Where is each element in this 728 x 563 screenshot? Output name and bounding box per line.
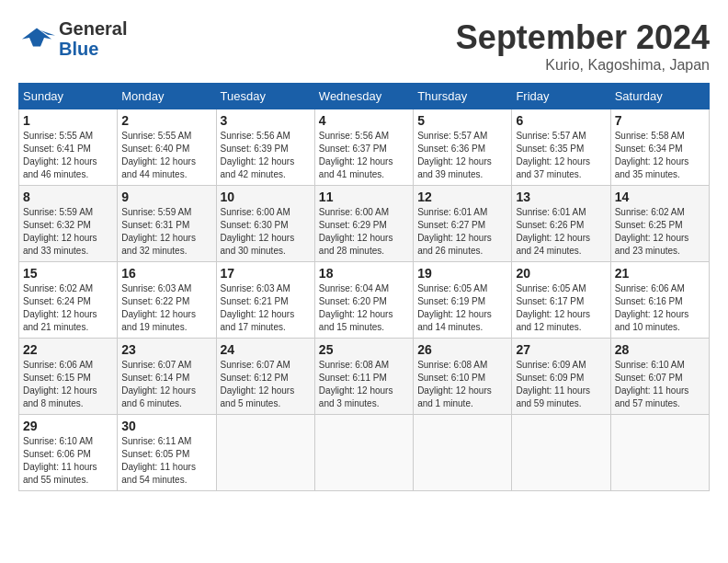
day-info: Sunrise: 6:02 AM Sunset: 6:25 PM Dayligh… [615,206,705,258]
day-number: 27 [516,342,606,357]
day-info: Sunrise: 6:06 AM Sunset: 6:16 PM Dayligh… [615,282,705,334]
day-number: 21 [615,266,705,281]
day-number: 6 [516,113,606,128]
day-cell: 24 Sunrise: 6:07 AM Sunset: 6:12 PM Dayl… [216,339,314,415]
calendar-week-row: 1 Sunrise: 5:55 AM Sunset: 6:41 PM Dayli… [19,109,710,186]
day-number: 14 [615,190,705,204]
page-header: General Blue September 2024 Kurio, Kagos… [18,18,710,74]
day-number: 17 [221,266,311,281]
month-title: September 2024 [456,18,710,57]
day-cell: 18 Sunrise: 6:04 AM Sunset: 6:20 PM Dayl… [314,262,413,339]
day-number: 28 [615,342,705,357]
day-info: Sunrise: 6:07 AM Sunset: 6:12 PM Dayligh… [221,359,311,410]
day-info: Sunrise: 6:08 AM Sunset: 6:10 PM Dayligh… [417,359,507,410]
day-cell: 14 Sunrise: 6:02 AM Sunset: 6:25 PM Dayl… [610,186,709,262]
logo-text: General Blue [59,18,127,59]
day-info: Sunrise: 5:55 AM Sunset: 6:41 PM Dayligh… [23,130,113,181]
day-info: Sunrise: 6:03 AM Sunset: 6:22 PM Dayligh… [121,282,211,334]
day-info: Sunrise: 6:05 AM Sunset: 6:17 PM Dayligh… [516,282,606,334]
empty-day-cell [314,415,413,491]
logo: General Blue [18,18,127,59]
header-tuesday: Tuesday [216,84,314,109]
day-info: Sunrise: 6:07 AM Sunset: 6:14 PM Dayligh… [121,359,211,410]
day-info: Sunrise: 6:10 AM Sunset: 6:06 PM Dayligh… [23,435,113,487]
day-cell: 3 Sunrise: 5:56 AM Sunset: 6:39 PM Dayli… [216,109,314,186]
day-cell: 28 Sunrise: 6:10 AM Sunset: 6:07 PM Dayl… [610,339,709,415]
day-info: Sunrise: 6:04 AM Sunset: 6:20 PM Dayligh… [319,282,409,334]
day-cell: 30 Sunrise: 6:11 AM Sunset: 6:05 PM Dayl… [118,415,216,491]
day-info: Sunrise: 5:58 AM Sunset: 6:34 PM Dayligh… [615,130,705,181]
day-number: 16 [121,266,211,281]
day-info: Sunrise: 6:10 AM Sunset: 6:07 PM Dayligh… [615,359,705,410]
day-cell: 27 Sunrise: 6:09 AM Sunset: 6:09 PM Dayl… [512,339,610,415]
day-number: 13 [516,190,606,204]
day-number: 18 [319,266,409,281]
day-cell: 17 Sunrise: 6:03 AM Sunset: 6:21 PM Dayl… [216,262,314,339]
day-info: Sunrise: 6:09 AM Sunset: 6:09 PM Dayligh… [516,359,606,410]
day-info: Sunrise: 6:00 AM Sunset: 6:30 PM Dayligh… [221,206,311,258]
calendar-week-row: 8 Sunrise: 5:59 AM Sunset: 6:32 PM Dayli… [19,186,710,262]
header-sunday: Sunday [19,84,118,109]
calendar-table: Sunday Monday Tuesday Wednesday Thursday… [18,83,710,491]
day-number: 11 [319,190,409,204]
day-info: Sunrise: 6:01 AM Sunset: 6:27 PM Dayligh… [417,206,507,258]
day-cell: 26 Sunrise: 6:08 AM Sunset: 6:10 PM Dayl… [414,339,512,415]
day-info: Sunrise: 5:56 AM Sunset: 6:37 PM Dayligh… [319,130,409,181]
day-cell: 9 Sunrise: 5:59 AM Sunset: 6:31 PM Dayli… [118,186,216,262]
day-cell: 16 Sunrise: 6:03 AM Sunset: 6:22 PM Dayl… [118,262,216,339]
day-info: Sunrise: 5:56 AM Sunset: 6:39 PM Dayligh… [221,130,311,181]
calendar-week-row: 15 Sunrise: 6:02 AM Sunset: 6:24 PM Dayl… [19,262,710,339]
day-number: 1 [23,113,113,128]
day-number: 10 [221,190,311,204]
empty-day-cell [610,415,709,491]
day-cell: 8 Sunrise: 5:59 AM Sunset: 6:32 PM Dayli… [19,186,118,262]
day-cell: 23 Sunrise: 6:07 AM Sunset: 6:14 PM Dayl… [118,339,216,415]
day-cell: 29 Sunrise: 6:10 AM Sunset: 6:06 PM Dayl… [19,415,118,491]
header-wednesday: Wednesday [314,84,413,109]
day-number: 25 [319,342,409,357]
day-info: Sunrise: 6:02 AM Sunset: 6:24 PM Dayligh… [23,282,113,334]
day-number: 8 [23,190,113,204]
day-cell: 6 Sunrise: 5:57 AM Sunset: 6:35 PM Dayli… [512,109,610,186]
day-info: Sunrise: 6:11 AM Sunset: 6:05 PM Dayligh… [121,435,211,487]
day-cell: 2 Sunrise: 5:55 AM Sunset: 6:40 PM Dayli… [118,109,216,186]
calendar-week-row: 22 Sunrise: 6:06 AM Sunset: 6:15 PM Dayl… [19,339,710,415]
logo-icon [18,23,55,55]
header-thursday: Thursday [414,84,512,109]
day-info: Sunrise: 6:01 AM Sunset: 6:26 PM Dayligh… [516,206,606,258]
svg-marker-0 [22,28,51,46]
empty-day-cell [512,415,610,491]
title-section: September 2024 Kurio, Kagoshima, Japan [456,18,710,74]
calendar-week-row: 29 Sunrise: 6:10 AM Sunset: 6:06 PM Dayl… [19,415,710,491]
day-number: 30 [121,419,211,433]
day-number: 2 [121,113,211,128]
day-number: 24 [221,342,311,357]
header-saturday: Saturday [610,84,709,109]
day-number: 23 [121,342,211,357]
day-number: 12 [417,190,507,204]
weekday-header-row: Sunday Monday Tuesday Wednesday Thursday… [19,84,710,109]
day-cell: 5 Sunrise: 5:57 AM Sunset: 6:36 PM Dayli… [414,109,512,186]
day-info: Sunrise: 6:06 AM Sunset: 6:15 PM Dayligh… [23,359,113,410]
empty-day-cell [414,415,512,491]
day-number: 7 [615,113,705,128]
header-friday: Friday [512,84,610,109]
day-number: 4 [319,113,409,128]
day-cell: 4 Sunrise: 5:56 AM Sunset: 6:37 PM Dayli… [314,109,413,186]
day-number: 20 [516,266,606,281]
day-number: 3 [221,113,311,128]
day-cell: 7 Sunrise: 5:58 AM Sunset: 6:34 PM Dayli… [610,109,709,186]
day-info: Sunrise: 6:03 AM Sunset: 6:21 PM Dayligh… [221,282,311,334]
day-cell: 1 Sunrise: 5:55 AM Sunset: 6:41 PM Dayli… [19,109,118,186]
day-cell: 20 Sunrise: 6:05 AM Sunset: 6:17 PM Dayl… [512,262,610,339]
day-info: Sunrise: 5:59 AM Sunset: 6:31 PM Dayligh… [121,206,211,258]
day-cell: 12 Sunrise: 6:01 AM Sunset: 6:27 PM Dayl… [414,186,512,262]
day-cell: 11 Sunrise: 6:00 AM Sunset: 6:29 PM Dayl… [314,186,413,262]
day-info: Sunrise: 5:57 AM Sunset: 6:35 PM Dayligh… [516,130,606,181]
day-cell: 10 Sunrise: 6:00 AM Sunset: 6:30 PM Dayl… [216,186,314,262]
day-info: Sunrise: 5:55 AM Sunset: 6:40 PM Dayligh… [121,130,211,181]
day-cell: 15 Sunrise: 6:02 AM Sunset: 6:24 PM Dayl… [19,262,118,339]
day-cell: 22 Sunrise: 6:06 AM Sunset: 6:15 PM Dayl… [19,339,118,415]
day-info: Sunrise: 5:57 AM Sunset: 6:36 PM Dayligh… [417,130,507,181]
day-number: 26 [417,342,507,357]
